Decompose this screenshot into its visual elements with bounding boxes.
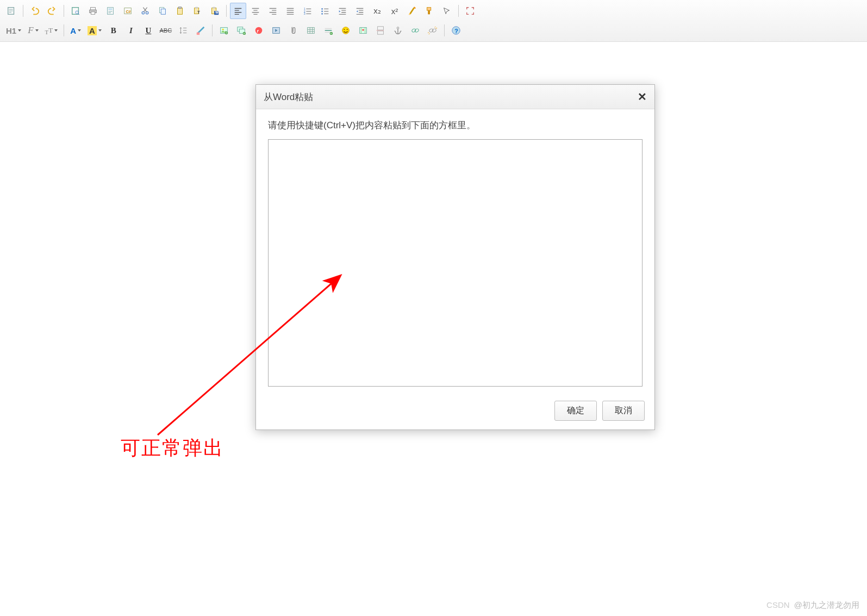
anchor-icon[interactable] [390,22,406,39]
removeformat-icon[interactable] [192,22,209,39]
svg-rect-17 [195,7,198,9]
svg-rect-52 [377,31,383,34]
watermark-source: CSDN [766,600,790,609]
align-right-icon[interactable] [265,3,281,19]
fontsize-dropdown[interactable]: TT [42,22,61,39]
svg-rect-13 [161,9,165,14]
copy-icon[interactable] [154,3,171,19]
unlink-icon[interactable] [425,22,441,39]
watermark-author: @初九之潜龙勿用 [794,600,859,609]
multiimage-icon[interactable]: + [233,22,250,39]
svg-point-53 [397,27,399,29]
close-icon[interactable]: ✕ [638,90,647,103]
outdent-icon[interactable] [352,3,368,19]
clear-format-icon[interactable] [404,3,420,19]
redo-icon[interactable] [44,3,60,19]
source-icon[interactable] [3,3,20,19]
svg-text:+: + [330,32,332,35]
editor-toolbar: C# T W 123 x₂ x² H1 F TT A A B I U ABC [0,0,867,42]
svg-rect-3 [91,8,96,10]
italic-button[interactable]: I [123,22,139,39]
emoticons-icon[interactable] [338,22,354,39]
svg-text:3: 3 [304,12,305,15]
svg-text:+: + [226,31,227,34]
code-icon[interactable]: C# [120,3,136,19]
separator [212,24,213,36]
separator [23,5,23,17]
svg-rect-14 [178,8,183,15]
paste-from-word-dialog: 从Word粘贴 ✕ 请使用快捷键(Ctrl+V)把内容粘贴到下面的方框里。 确定… [255,84,655,430]
separator [64,5,64,17]
dialog-body: 请使用快捷键(Ctrl+V)把内容粘贴到下面的方框里。 [256,109,654,394]
svg-point-48 [347,29,348,30]
svg-text:+: + [243,32,245,35]
paste-text-icon[interactable]: T [189,3,205,19]
svg-rect-51 [377,27,383,30]
subscript-icon[interactable]: x₂ [369,3,385,19]
svg-rect-20 [213,7,215,9]
heading-dropdown[interactable]: H1 [3,22,24,39]
svg-rect-30 [428,10,430,14]
separator [458,5,459,17]
backcolor-dropdown[interactable]: A [85,22,104,39]
watermark: CSDN @初九之潜龙勿用 [766,600,859,611]
dialog-title: 从Word粘贴 [264,91,313,103]
table-icon[interactable] [303,22,319,39]
annotation-text: 可正常弹出 [121,435,224,462]
svg-rect-29 [427,8,431,10]
superscript-icon[interactable]: x² [386,3,403,19]
paste-word-icon[interactable]: W [207,3,223,19]
fontname-dropdown[interactable]: F [25,22,41,39]
underline-button[interactable]: U [140,22,157,39]
indent-icon[interactable] [334,3,351,19]
dialog-message: 请使用快捷键(Ctrl+V)把内容粘贴到下面的方框里。 [268,119,643,132]
undo-icon[interactable] [27,3,43,19]
pagebreak-icon[interactable] [372,22,389,39]
about-icon[interactable]: ? [448,22,464,39]
strikethrough-button[interactable]: ABC [158,22,174,39]
select-all-icon[interactable] [439,3,455,19]
svg-text:W: W [215,10,219,14]
align-center-icon[interactable] [247,3,264,19]
heading-label: H1 [6,26,16,35]
dialog-footer: 确定 取消 [256,394,654,430]
print-icon[interactable] [85,3,101,19]
svg-point-46 [342,27,350,34]
separator [226,5,227,17]
svg-point-26 [321,8,323,10]
media-icon[interactable] [268,22,284,39]
dialog-titlebar[interactable]: 从Word粘贴 ✕ [256,85,654,109]
lineheight-icon[interactable] [175,22,191,39]
map-icon[interactable] [355,22,371,39]
fullscreen-icon[interactable] [462,3,478,19]
svg-rect-43 [308,28,315,34]
cancel-button[interactable]: 取消 [602,401,645,421]
cut-icon[interactable] [137,3,153,19]
fontsize-label: T [48,26,53,35]
svg-text:T: T [197,10,200,15]
svg-point-47 [344,29,345,30]
backcolor-label: A [88,26,97,35]
file-icon[interactable] [285,22,302,39]
unordered-list-icon[interactable] [317,3,333,19]
svg-text:?: ? [454,28,458,34]
forecolor-dropdown[interactable]: A [67,22,84,39]
svg-point-33 [222,29,224,30]
link-icon[interactable] [407,22,423,39]
paste-textarea[interactable] [268,139,643,387]
paste-icon[interactable] [172,3,188,19]
template-icon[interactable] [102,3,118,19]
align-left-icon[interactable] [230,3,246,19]
flash-icon[interactable]: f [251,22,267,39]
ok-button[interactable]: 确定 [554,401,597,421]
hr-icon[interactable]: + [320,22,336,39]
preview-icon[interactable] [67,3,84,19]
align-justify-icon[interactable] [282,3,298,19]
separator [64,24,64,36]
ordered-list-icon[interactable]: 123 [300,3,316,19]
image-icon[interactable]: + [216,22,232,39]
bold-button[interactable]: B [105,22,122,39]
quickformat-icon[interactable] [421,3,438,19]
svg-rect-5 [91,12,95,15]
svg-rect-15 [178,7,181,9]
